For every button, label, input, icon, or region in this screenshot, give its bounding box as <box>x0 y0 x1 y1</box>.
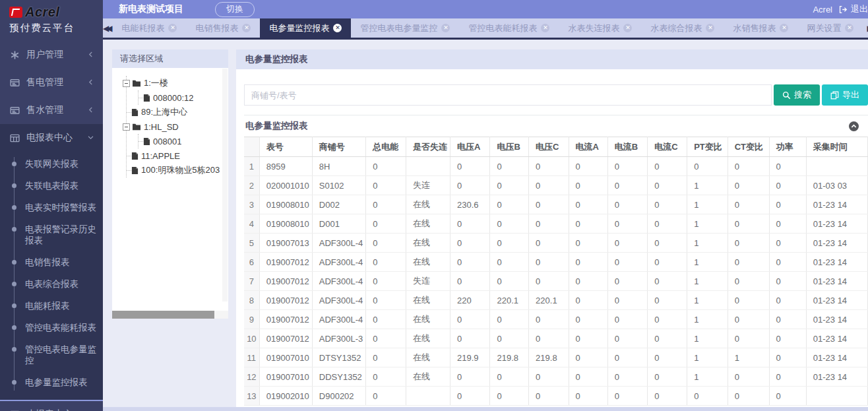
column-header: 采集时间 <box>806 137 867 157</box>
tabs-scroll-right-icon[interactable]: ▶▶ <box>863 24 868 33</box>
tree-vertical-scrollbar[interactable] <box>222 69 228 301</box>
table-cell: 0 <box>687 387 728 406</box>
switch-project-button[interactable]: 切换 <box>215 2 255 17</box>
sidebar-item-water-report-center[interactable]: 水报表中心 <box>0 400 103 411</box>
table-cell: 0 <box>366 310 406 329</box>
tree-node-file[interactable]: 100:明珠物业5栋203 <box>127 163 222 177</box>
table-cell: 0 <box>569 214 607 234</box>
row-number-cell: 12 <box>244 367 259 387</box>
table-row[interactable]: 10019007012ADF300L-30在线00000010001-23 14 <box>244 329 868 348</box>
sidebar-subitem[interactable]: 管控电表能耗报表 <box>0 317 103 338</box>
column-header: CT变比 <box>728 137 769 157</box>
tab-水销售报表[interactable]: 水销售报表✕ <box>724 18 797 38</box>
table-cell: 01-23 14 <box>806 234 867 253</box>
table-row[interactable]: 189598H0000000000 <box>244 157 868 176</box>
tabbar: ◀◀ 电能耗报表✕电销售报表✕电参量监控报表✕管控电表电参量监控✕管控电表能耗报… <box>103 18 868 40</box>
table-cell: 0 <box>569 157 607 176</box>
search-input[interactable] <box>244 84 772 106</box>
tabs-scroll-left-icon[interactable]: ◀◀ <box>103 18 112 38</box>
sidebar-item-label: 用户管理 <box>26 49 87 61</box>
table-row[interactable]: 5019007013ADF300L-40在线00000010001-23 14 <box>244 234 868 253</box>
export-button[interactable]: 导出 <box>822 84 868 106</box>
table-cell: 0 <box>607 253 647 272</box>
tab-close-icon[interactable]: ✕ <box>242 24 251 32</box>
sidebar-subitem[interactable]: 电销售报表 <box>0 251 103 273</box>
table-cell: 0 <box>450 176 489 195</box>
logout-icon <box>838 5 848 14</box>
tab-电能耗报表[interactable]: 电能耗报表✕ <box>112 18 186 38</box>
sidebar-subitem[interactable]: 电表报警记录历史报表 <box>0 218 103 251</box>
search-button[interactable]: 搜索 <box>774 84 820 106</box>
sidebar-item-electric-report-center[interactable]: 电报表中心 <box>0 124 103 152</box>
tree-collapse-toggle[interactable] <box>123 80 130 87</box>
tree-node-label: 11:APPLE <box>141 151 180 161</box>
table-row[interactable]: 12019007010DDSY13520在线00000010001-23 14 <box>244 367 868 387</box>
sidebar-subitem[interactable]: 失联电表报表 <box>0 175 103 197</box>
sidebar-item-user-mgmt[interactable]: 用户管理 <box>0 41 103 69</box>
bullet-dot-icon <box>12 183 16 188</box>
tab-水表失连报表[interactable]: 水表失连报表✕ <box>559 18 641 38</box>
chevron-left-icon <box>87 51 95 59</box>
sidebar-subitem[interactable]: 电表实时报警报表 <box>0 197 103 218</box>
sidebar-subitem[interactable]: 管控电表电参量监控 <box>0 338 103 371</box>
content-bottom-scrollbar[interactable] <box>103 407 868 411</box>
table-row[interactable]: 8019007012ADF300L-40在线220220.1220.100010… <box>244 291 868 310</box>
sidebar-subitem[interactable]: 失联网关报表 <box>0 153 103 175</box>
tree-node-file[interactable]: 008000:12 <box>139 90 222 105</box>
sidebar-item-sell-electric[interactable]: 售电管理 <box>0 69 103 96</box>
table-row[interactable]: 3019008010D0020在线230.60000010001-23 14 <box>244 195 868 214</box>
table-row[interactable]: 11019007010DTSY13520在线219.9219.8219.8000… <box>244 348 868 367</box>
tab-close-icon[interactable]: ✕ <box>706 24 714 32</box>
tab-管控电表电参量监控[interactable]: 管控电表电参量监控✕ <box>351 18 459 38</box>
table-row[interactable]: 7019007012ADF300L-40失连00000010001-23 14 <box>244 272 868 291</box>
logout-button[interactable]: 退出 <box>838 3 868 15</box>
column-header: 电压C <box>529 137 569 157</box>
tree-node-file[interactable]: 008001 <box>139 134 222 148</box>
tree-scrollbar-thumb[interactable] <box>112 311 214 319</box>
tab-close-icon[interactable]: ✕ <box>333 24 342 32</box>
tree-collapse-toggle[interactable] <box>123 123 130 131</box>
tree-node-folder[interactable]: 1:一楼 <box>127 76 222 90</box>
tab-close-icon[interactable]: ✕ <box>623 24 632 32</box>
table-row[interactable]: 9019007012ADF300L-40在线00000010001-23 14 <box>244 310 868 329</box>
table-cell: 0 <box>728 157 769 176</box>
table-row[interactable]: 13019002010D9002020000000000 <box>244 387 868 406</box>
table-row[interactable]: 4019008010D0010在线00000010001-23 14 <box>244 214 868 234</box>
sidebar-section-sell-water: 售水管理 <box>0 96 103 124</box>
search-icon <box>782 91 791 100</box>
tab-close-icon[interactable]: ✕ <box>780 24 788 32</box>
sidebar-subitem[interactable]: 电能耗报表 <box>0 295 103 317</box>
table-cell: 0 <box>607 214 647 234</box>
table-row[interactable]: 6019007012ADF300L-40在线00000010001-23 14 <box>244 253 868 272</box>
tab-水表综合报表[interactable]: 水表综合报表✕ <box>641 18 724 38</box>
sidebar-subitem[interactable]: 电表综合报表 <box>0 273 103 295</box>
collapse-panel-icon[interactable] <box>849 121 859 131</box>
table-cell: 0 <box>529 253 569 272</box>
tab-close-icon[interactable]: ✕ <box>168 24 177 32</box>
tab-close-icon[interactable]: ✕ <box>845 24 853 32</box>
tab-电销售报表[interactable]: 电销售报表✕ <box>186 18 260 38</box>
bullet-dot-icon <box>12 303 16 308</box>
table-cell: 0 <box>607 272 647 291</box>
tab-网关设置[interactable]: 网关设置✕ <box>797 18 863 38</box>
table-cell: 1 <box>687 176 728 195</box>
table-cell: 0 <box>769 367 806 387</box>
sidebar-subitem[interactable]: 电参量监控报表 <box>0 371 103 393</box>
tree-node-file[interactable]: 11:APPLE <box>127 148 222 163</box>
table-cell: 0 <box>366 291 406 310</box>
tree-node-folder[interactable]: 1:HL_SD <box>127 119 222 134</box>
table-cell: 0 <box>607 310 647 329</box>
table-cell: 0 <box>450 253 489 272</box>
folder-icon <box>132 123 141 131</box>
tab-close-icon[interactable]: ✕ <box>541 24 549 32</box>
tab-管控电表能耗报表[interactable]: 管控电表能耗报表✕ <box>459 18 559 38</box>
table-cell: 0 <box>607 234 647 253</box>
tab-电参量监控报表[interactable]: 电参量监控报表✕ <box>260 18 351 38</box>
table-row[interactable]: 2020001010S01020失连00000010001-03 03 <box>244 176 868 195</box>
table-cell: 在线 <box>406 195 450 214</box>
tree-node-label: 008001 <box>153 137 181 146</box>
tab-close-icon[interactable]: ✕ <box>441 24 450 32</box>
tree-horizontal-scrollbar[interactable] <box>112 311 228 319</box>
sidebar-item-sell-water[interactable]: 售水管理 <box>0 96 103 124</box>
tree-node-file[interactable]: 89:上海中心 <box>127 105 222 119</box>
